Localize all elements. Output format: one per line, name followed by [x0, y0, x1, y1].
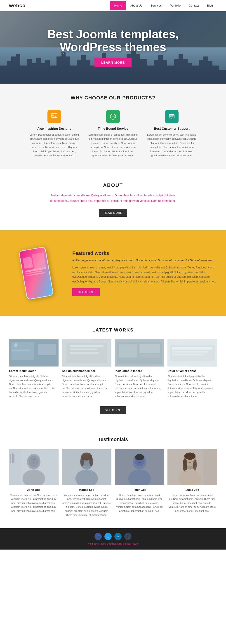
work-image-3 [115, 340, 164, 366]
feature-designs-text: Lorem ipsum dolor sit amet, test link ad… [30, 133, 79, 158]
svg-rect-47 [172, 354, 204, 356]
avatar-peter [115, 449, 164, 485]
svg-point-52 [34, 459, 36, 460]
nav-blog[interactable]: Blog [203, 1, 217, 10]
featured-see-more-button[interactable]: SEE MORE [72, 288, 100, 296]
avatar-john [9, 449, 58, 485]
work-image-2 [62, 340, 112, 366]
linkedin-icon[interactable]: in [114, 533, 122, 540]
svg-rect-40 [119, 344, 137, 358]
about-read-more-button[interactable]: READ MORE [99, 209, 127, 217]
svg-rect-45 [172, 347, 212, 350]
work-title-1: Lorem ipsum dolor [9, 369, 58, 372]
svg-point-72 [135, 454, 144, 460]
testimonial-text-2: Aliquam libero nisi, imperdiet at, tinci… [62, 493, 112, 517]
work-item-4: Dolor sit amet conse Sit amet, test link… [168, 340, 217, 398]
testimonial-3: Peter Goe Donec faucibus. Nunc iaculis s… [115, 449, 164, 517]
features-grid: Awe Inspiring Designs Lorem ipsum dolor … [9, 110, 217, 158]
facebook-icon[interactable]: f [94, 533, 102, 540]
nav-about[interactable]: About Us [126, 1, 146, 10]
latest-see-more-button[interactable]: SEE MORE [100, 406, 126, 414]
svg-rect-41 [140, 344, 160, 353]
svg-rect-55 [10, 454, 11, 463]
phone-mockup [14, 242, 59, 305]
svg-point-81 [183, 458, 187, 472]
testimonials-grid: John Doe Nunc iaculis suscipit dui.Nam s… [9, 449, 217, 517]
hero-content: Best Joomla templates, WordPress themes … [48, 28, 179, 67]
nav-contact[interactable]: Contact [185, 1, 203, 10]
testimonial-name-1: John Doe [9, 488, 58, 492]
work-item-2: Sed do eiusmod tempor Sit amet, test lin… [62, 340, 112, 398]
latest-section: LATEST WORKS Lorem ipsum dolor Sit amet,… [0, 316, 226, 425]
feature-time-text: Lorem ipsum dolor sit amet, test link ad… [88, 133, 138, 158]
svg-point-65 [89, 457, 93, 466]
testimonial-name-2: Marisa Leo [62, 488, 112, 492]
support-icon [165, 110, 178, 124]
svg-rect-19 [172, 116, 173, 117]
feature-designs-title: Awe Inspiring Designs [30, 127, 79, 130]
nav-portfolio[interactable]: Portfolio [166, 1, 185, 10]
nav-home[interactable]: Home [110, 1, 126, 10]
designs-icon [48, 110, 61, 124]
testimonial-text-1: Nunc iaculis suscipit dui.Nam sit amet s… [9, 493, 58, 513]
svg-marker-11 [51, 116, 57, 118]
work-title-3: Incididunt ut labore [115, 369, 164, 372]
logo: webco [9, 3, 26, 8]
about-text: Nullam dignissim convallis est.Quisque a… [50, 193, 176, 203]
work-text-3: Sit amet, test link adipig elit.Nullam d… [115, 374, 164, 398]
svg-rect-31 [12, 350, 30, 351]
feature-time-title: Time Bound Service [88, 127, 138, 130]
svg-point-30 [14, 343, 18, 347]
svg-rect-46 [172, 351, 208, 352]
featured-phone [9, 242, 63, 305]
svg-rect-18 [170, 116, 172, 117]
testimonial-name-3: Peter Goe [115, 488, 164, 492]
work-image-1 [9, 340, 58, 366]
testimonial-text-3: Donec faucibus. Nunc iaculis suscipit du… [115, 493, 164, 513]
svg-rect-36 [70, 348, 97, 350]
svg-point-10 [52, 114, 54, 116]
svg-point-64 [80, 457, 84, 466]
svg-rect-35 [70, 345, 104, 347]
hero-title: Best Joomla templates, WordPress themes [48, 28, 179, 54]
phone-screen [19, 247, 53, 300]
svg-point-15 [112, 116, 114, 117]
svg-rect-57 [13, 454, 14, 463]
svg-point-50 [29, 456, 39, 468]
svg-rect-56 [12, 452, 13, 463]
feature-support-title: Best Customer Support [147, 127, 196, 130]
featured-text: Lorem ipsum dolor sit amet, test link ad… [72, 265, 217, 284]
feature-support-text: Lorem ipsum dolor sit amet, test link ad… [147, 133, 196, 158]
hero-cta-button[interactable]: LEARN MORE [94, 58, 132, 67]
testimonial-4: Lucia Joe Donec faucibus. Nunc iaculis s… [168, 449, 217, 517]
featured-section: Featured works Nullam dignissim convalli… [0, 230, 226, 316]
svg-rect-42 [140, 354, 160, 358]
feature-designs: Awe Inspiring Designs Lorem ipsum dolor … [30, 110, 79, 158]
phone-body [18, 246, 54, 300]
work-text-1: Sit amet, test link adipig elit.Nullam d… [9, 374, 58, 398]
work-text-4: Sit amet, test link adipig elit.Nullam d… [168, 374, 217, 398]
latest-heading: LATEST WORKS [9, 328, 217, 332]
work-title-2: Sed do eiusmod tempor [62, 369, 112, 372]
nav-links: Home About Us Services Portfolio Contact… [110, 1, 217, 10]
twitter-icon[interactable]: t [104, 533, 112, 540]
social-icons: f t in t [94, 533, 132, 540]
svg-point-80 [184, 452, 196, 460]
testimonial-2: Marisa Leo Aliquam libero nisi, imperdie… [62, 449, 112, 517]
work-item-1: Lorem ipsum dolor Sit amet, test link ad… [9, 340, 58, 398]
featured-subtitle: Nullam dignissim convallis est.Quisque a… [72, 258, 217, 262]
testimonial-1: John Doe Nunc iaculis suscipit dui.Nam s… [9, 449, 58, 517]
time-icon [106, 110, 120, 124]
why-section: WHY CHOOSE OUR PRODUCTS? Awe Inspiring D… [0, 84, 226, 169]
svg-rect-37 [70, 352, 99, 354]
tumblr-icon[interactable]: t [124, 533, 132, 540]
svg-rect-75 [204, 449, 217, 485]
testimonials-section: Testimonials [0, 425, 226, 528]
hero-section: Best Joomla templates, WordPress themes … [0, 11, 226, 84]
work-title-4: Dolor sit amet conse [168, 369, 217, 372]
avatar-lucia [168, 449, 217, 485]
about-section: ABOUT Nullam dignissim convallis est.Qui… [0, 169, 226, 230]
work-item-3: Incididunt ut labore Sit amet, test link… [115, 340, 164, 398]
nav-services[interactable]: Services [146, 1, 166, 10]
footer: f t in t WordPress Theme Designed With T… [0, 528, 226, 550]
